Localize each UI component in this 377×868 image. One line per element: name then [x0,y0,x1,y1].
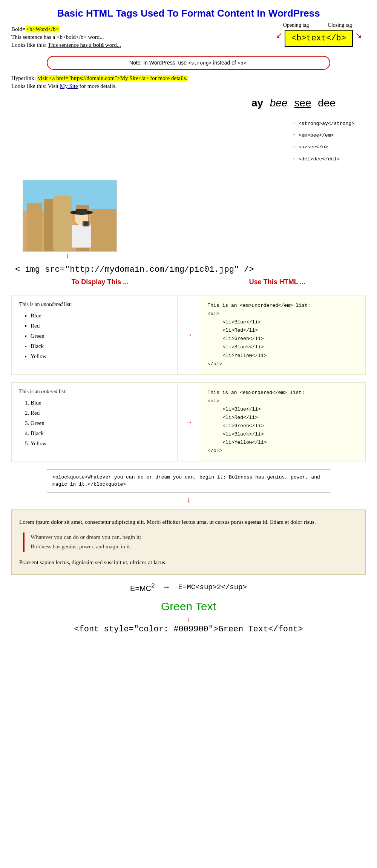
tag-del: ↑ <del>dee</del> [293,153,354,165]
list-item: Red [31,408,170,418]
close-tag-arrow: ↘ [355,31,362,40]
ol-li-black: <li>Black</li> [223,430,358,439]
superscript-arrow: → [162,582,170,592]
opening-tag-label: Opening tag [283,22,309,28]
header-use-html: Use This HTML ... [249,278,306,286]
hyperlink-label: Hyperlink: [11,75,37,81]
format-demo-section: ay bee see dee ↑ <strong>ay</strong> ↑ <… [11,97,366,172]
tag-strong: ↑ <strong>ay</strong> [293,118,354,129]
unordered-list-wrapper: This is an unordered list: Blue Red Gree… [11,295,366,375]
ordered-arrow: → [178,383,200,462]
list-item: Black [31,428,170,439]
page-title: Basic HTML Tags Used To Format Content I… [11,8,366,19]
blockquote-code: <blockquote>Whatever you can do or dream… [52,474,320,488]
bold-looks-like: Looks like this: [11,42,48,48]
bold-label: Bold= [11,26,26,32]
list-item: Green [31,418,170,428]
ol-li-green: <li>Green</li> [223,422,358,430]
ul-li-yellow: <li>Yellow</li> [223,352,358,360]
ordered-html-col: This is an <em>ordered</em> list: <ol> <… [200,383,366,462]
bold-tag-box: <b>text</b> [285,30,353,47]
ordered-list-wrapper: This is an ordered list: Blue Red Green … [11,382,366,462]
ol-desc: This is an <em>ordered</em> list: [208,390,305,396]
unordered-html-code: This is an <em>unordered</em> list: <ul>… [208,302,358,368]
image-svg [23,180,117,252]
image-placeholder [23,180,117,252]
bold-word: bold [93,42,104,48]
lists-headers: To Display This ... Use This HTML ... [11,278,366,291]
note-container: Note: In WordPress, use <strong> instead… [11,56,366,70]
ordered-desc: This is an ordered list: [19,389,170,395]
img-code: < img src="http://mydomain.com/img/pic01… [15,265,366,274]
image-section: ↓ < img src="http://mydomain.com/img/pic… [11,180,366,274]
superscript-2: 2 [151,582,155,589]
svg-rect-9 [76,209,87,214]
svg-rect-4 [53,195,72,252]
unordered-html-col: This is an <em>unordered</em> list: <ul>… [200,295,366,374]
green-text-display: Green Text [11,600,366,613]
hyperlink-link[interactable]: My Site [60,83,78,89]
green-text-section: Green Text ↓ <font style="color: #009900… [11,600,366,634]
ul-li-green: <li>Green</li> [223,335,358,343]
unordered-arrow: → [178,295,200,374]
tag-labels-row: Opening tag Closing tag [283,22,362,28]
blockquote-line1: Whatever you can do or dream you can, be… [31,532,354,542]
lists-section: To Display This ... Use This HTML ... Th… [11,278,366,462]
ordered-html-code: This is an <em>ordered</em> list: <ol> <… [208,389,358,456]
green-text-arrow: ↓ [11,615,366,623]
arrow-del: ↑ [293,156,296,162]
hyperlink-line1: Hyperlink: visit <a href="https://domain… [11,75,366,82]
ul-li-red: <li>Red</li> [223,326,358,335]
list-item: Yellow [31,351,170,362]
ol-close: </ol> [208,448,222,454]
bold-code: <b>Word</b> [26,26,60,32]
ordered-display-col: This is an ordered list: Blue Red Green … [12,383,178,462]
tag-labels-container: Opening tag Closing tag ↙ <b>text</b> ↘ [276,22,362,47]
list-item: Yellow [31,439,170,449]
blockquote-code-box: <blockquote>Whatever you can do or dream… [47,469,330,492]
closing-tag-label: Closing tag [328,22,352,28]
ul-li-black: <li>Black</li> [223,343,358,351]
lorem-box: Lorem ipsum dolor sit amet, consectetur … [11,509,366,575]
hyperlink-section: Hyperlink: visit <a href="https://domain… [11,75,366,89]
hyperlink-display: Looks like this: Visit My Site for more … [11,83,366,89]
ordered-list: Blue Red Green Black Yellow [31,398,170,449]
unordered-list: Blue Red Green Black Yellow [31,311,170,362]
ul-desc: This is an <em>unordered</em> list: [208,303,311,308]
unordered-display-col: This is an unordered list: Blue Red Gree… [12,295,178,374]
word-ay: ay [251,97,263,109]
green-text-code: <font style="color: #009900">Green Text<… [11,625,366,634]
list-item: Blue [31,311,170,321]
hyperlink-code: visit <a href="https://domain.com">My Si… [37,75,188,82]
superscript-section: E=MC2 → E=MC<sup>2</sup> [11,582,366,593]
superscript-code: E=MC<sup>2</sup> [178,583,247,591]
tag-arrows-box: ↙ <b>text</b> ↘ [276,30,362,47]
tag-u: ↑ <u>see</u> [293,141,354,153]
bq-arrow-down: ↓ [11,496,366,504]
note-box: Note: In WordPress, use <strong> instead… [47,56,330,70]
word-dee: dee [318,97,336,109]
header-to-display: To Display This ... [72,278,129,286]
list-item: Blue [31,398,170,408]
praesent-text: Praesent sapien lectus, dignissim sed su… [19,558,358,567]
open-tag-arrow: ↙ [276,31,282,40]
ul-open: <ul> [208,311,219,317]
list-item: Black [31,341,170,351]
bold-sentence-link: This sentence has a bold word... [48,42,121,48]
blockquote-display: Whatever you can do or dream you can, be… [23,532,354,552]
arrow-em: ↑ [293,132,296,138]
word-see: see [294,97,311,109]
unordered-em: unordered [41,302,63,307]
img-arrow-down: ↓ [66,252,366,260]
ol-li-blue: <li>Blue</li> [223,405,358,414]
ordered-em: ordered [41,389,57,394]
format-tags-list: ↑ <strong>ay</strong> ↑ <em>bee</em> ↑ <… [293,118,354,165]
ul-li-blue: <li>Blue</li> [223,318,358,326]
blockquote-section: <blockquote>Whatever you can do or dream… [11,469,366,575]
svg-point-12 [84,222,88,226]
unordered-desc: This is an unordered list: [19,302,170,308]
bold-section: Bold=<b>Word</b> This sentence has a <b>… [11,26,366,48]
superscript-display: E=MC2 [130,582,155,593]
ul-close: </ul> [208,361,222,367]
format-words-display: ay bee see dee [251,97,336,109]
